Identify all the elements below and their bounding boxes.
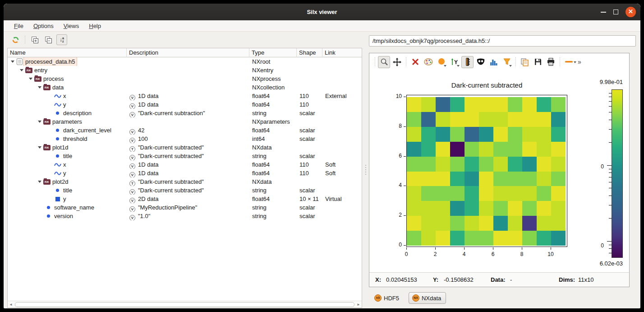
- aggregation-mode-button[interactable]: [435, 56, 447, 68]
- filter-button[interactable]: [501, 56, 513, 68]
- tree-row[interactable]: titleV"Dark-current subtracted"stringsca…: [8, 186, 362, 195]
- minimize-button[interactable]: [601, 12, 606, 13]
- copy-button[interactable]: [519, 56, 531, 68]
- menu-options[interactable]: Options: [29, 22, 58, 30]
- sort-button[interactable]: ↓az: [56, 34, 67, 45]
- horizontal-scrollbar[interactable]: ◄ ►: [8, 301, 362, 307]
- expander-icon[interactable]: [37, 181, 43, 183]
- profile-line-button[interactable]: [563, 56, 575, 68]
- heatmap-cell: [508, 201, 522, 216]
- plot2d-viewer: Y: [369, 53, 630, 287]
- mask-button[interactable]: [474, 56, 487, 68]
- window-title: Silx viewer: [4, 4, 640, 20]
- plot-canvas[interactable]: Dark-current subtracted 02468100246810 9…: [369, 70, 629, 272]
- heatmap-cell: [522, 97, 537, 112]
- tree-row[interactable]: software_nameV"MyReductionPipeline"strin…: [8, 203, 362, 212]
- expander-icon[interactable]: [9, 61, 16, 63]
- heatmap-cell: [551, 157, 566, 172]
- dataset-path-field[interactable]: /tmp/silxdocs_obnjk7qg/processed_data.h5…: [369, 35, 636, 47]
- expander-icon[interactable]: [18, 69, 25, 71]
- tree-row[interactable]: yV1D datafloat64110: [8, 100, 362, 109]
- pan-mode-button[interactable]: [391, 56, 403, 68]
- heatmap-cell: [479, 127, 493, 142]
- node-description: "Dark-current subtracted": [138, 153, 204, 159]
- save-button[interactable]: [532, 56, 544, 68]
- node-shape: scalar: [297, 126, 322, 135]
- expander-icon[interactable]: [37, 86, 43, 88]
- histogram-button[interactable]: [488, 56, 500, 68]
- toolbar-overflow-button[interactable]: »: [578, 58, 581, 65]
- tree-row[interactable]: versionV"1.0"stringscalar: [8, 212, 362, 220]
- title-bar[interactable]: Silx viewer ✕: [4, 4, 640, 20]
- sort-az-icon: ↓az: [60, 37, 64, 43]
- node-shape: 110: [297, 160, 322, 169]
- menu-views[interactable]: Views: [60, 22, 83, 30]
- expander-icon[interactable]: [37, 121, 43, 123]
- print-button[interactable]: [545, 56, 557, 68]
- node-link: [322, 135, 362, 143]
- heatmap-cell: [537, 172, 551, 186]
- tree-row[interactable]: yV1D datafloat64110Soft: [8, 169, 362, 177]
- zoom-mode-button[interactable]: [378, 56, 390, 68]
- tree-row[interactable]: processed_data.h5NXroot: [8, 57, 362, 66]
- node-description: 1D data: [138, 101, 159, 108]
- dot-icon: [45, 214, 52, 218]
- tree-row[interactable]: titleV"Dark-current subtracted"stringsca…: [8, 152, 362, 160]
- column-header-shape[interactable]: Shape: [297, 48, 322, 57]
- column-header-type[interactable]: Type: [249, 48, 297, 57]
- tree-row[interactable]: nxentryNXentry: [8, 66, 362, 75]
- heatmap-cell: [436, 112, 450, 127]
- heatmap-cell: [436, 172, 450, 186]
- scrollbar-thumb[interactable]: [15, 302, 354, 307]
- expand-all-button[interactable]: +: [29, 34, 40, 45]
- column-header-link[interactable]: Link: [322, 48, 362, 57]
- tree-row[interactable]: nxprocessNXprocess: [8, 75, 362, 83]
- heatmap-cell: [436, 97, 450, 112]
- column-header-name[interactable]: Name: [8, 48, 127, 57]
- tree-row[interactable]: nxplot1dT"Dark-current subtracted"NXdata: [8, 143, 362, 152]
- tree-row[interactable]: descriptionV"Dark-current subtraction"st…: [8, 109, 362, 117]
- node-name: version: [52, 212, 75, 220]
- scroll-right-icon[interactable]: ►: [355, 301, 362, 308]
- tree-row[interactable]: thresholdV100int64scalar: [8, 135, 362, 143]
- tree-row[interactable]: yV2D datafloat6410 × 11Virtual: [8, 195, 362, 203]
- node-name: title: [61, 186, 74, 195]
- colormap-button[interactable]: [422, 56, 434, 68]
- column-header-description[interactable]: Description: [127, 48, 249, 57]
- toolbar-handle: [375, 57, 375, 66]
- colorbar[interactable]: [612, 89, 623, 258]
- dropdown-caret-icon: [574, 61, 576, 63]
- reset-zoom-button[interactable]: [409, 56, 421, 68]
- tree-row[interactable]: nxdataNXcollection: [8, 83, 362, 92]
- tree-row[interactable]: xV1D datafloat64110Soft: [8, 160, 362, 169]
- expander-icon[interactable]: [37, 146, 43, 149]
- node-type: float64: [249, 100, 297, 109]
- tab-hdf5[interactable]: h5 HDF5: [371, 292, 404, 304]
- colorbar-toggle-button[interactable]: [461, 56, 474, 68]
- node-type: NXprocess: [249, 75, 297, 83]
- close-button[interactable]: ✕: [626, 7, 636, 17]
- tree-row[interactable]: xV1D datafloat64110External: [8, 92, 362, 100]
- collapse-all-button[interactable]: −: [43, 34, 54, 45]
- plot-title: Dark-current subtracted: [406, 81, 567, 89]
- plot-status-bar: X: 0.02045153 Y: -0.1508632 Data: - Dims…: [369, 272, 629, 287]
- tree-row[interactable]: dark_current_levelV42float64scalar: [8, 126, 362, 135]
- node-name: x: [61, 160, 68, 169]
- node-shape: [297, 66, 322, 75]
- heatmap-cell: [508, 216, 522, 231]
- toolbar-separator: [560, 57, 560, 66]
- panel-splitter[interactable]: [362, 32, 369, 308]
- tab-nxdata[interactable]: NX NXdata: [409, 292, 446, 304]
- heatmap-cell: [493, 216, 508, 231]
- expander-icon[interactable]: [28, 78, 34, 80]
- maximize-button[interactable]: [613, 9, 618, 14]
- tree-row[interactable]: nxplot2dT"Dark-current subtracted"NXdata: [8, 177, 362, 186]
- refresh-button[interactable]: [10, 34, 21, 45]
- heatmap-cell: [537, 142, 551, 157]
- y-axis-orientation-button[interactable]: Y: [448, 56, 460, 68]
- menu-file[interactable]: File: [10, 22, 28, 30]
- menu-help[interactable]: Help: [85, 22, 105, 30]
- tree-row[interactable]: nxparametersNXparameters: [8, 117, 362, 126]
- node-description: 42: [138, 127, 144, 134]
- scroll-left-icon[interactable]: ◄: [8, 301, 14, 308]
